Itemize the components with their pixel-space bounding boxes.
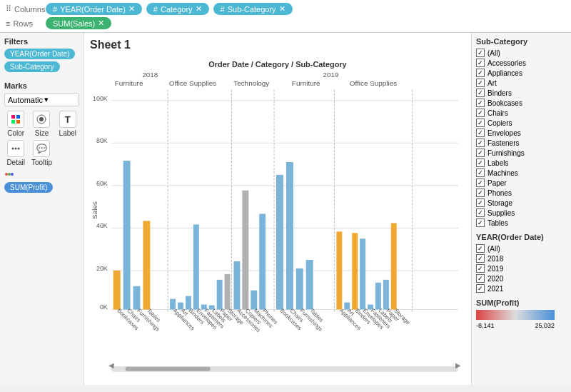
year-legend-title: YEAR(Order Date) bbox=[476, 233, 567, 241]
marks-tooltip-item[interactable]: 💬 Tooltip bbox=[30, 140, 53, 166]
legend-item-chairs[interactable]: ✓Chairs bbox=[476, 109, 567, 117]
bar-2019-chairs bbox=[286, 162, 293, 309]
bar-2019-furnishings bbox=[296, 268, 303, 310]
svg-rect-1 bbox=[16, 115, 20, 119]
legend-item-accessories[interactable]: ✓Accessories bbox=[476, 59, 567, 67]
checkbox-icon: ✓ bbox=[476, 198, 485, 207]
category-pill-icon: # bbox=[153, 5, 158, 14]
year-2019-label: 2019 bbox=[323, 71, 339, 79]
dropdown-arrow-icon: ▾ bbox=[44, 95, 49, 104]
cat-tech: Technology bbox=[233, 79, 269, 87]
checkbox-icon: ✓ bbox=[476, 264, 485, 273]
marks-label-item[interactable]: T Label bbox=[56, 111, 79, 137]
bar-2018-machines bbox=[251, 291, 257, 310]
bar-2018-storage bbox=[225, 274, 231, 310]
right-sidebar: Sub-Category ✓(All)✓Accessories✓Applianc… bbox=[471, 33, 571, 385]
cat-office2: Office Supplies bbox=[350, 79, 397, 87]
main-chart-svg: Order Date / Category / Sub-Category 201… bbox=[90, 54, 465, 373]
columns-row: ⠿ Columns # YEAR(Order Date) ✕ # Categor… bbox=[6, 3, 565, 15]
legend-item-phones[interactable]: ✓Phones bbox=[476, 189, 567, 197]
tooltip-icon: 💬 bbox=[33, 140, 50, 157]
checkbox-icon: ✓ bbox=[476, 69, 485, 77]
svg-point-11 bbox=[11, 173, 14, 176]
bar-2018-appliances bbox=[170, 299, 176, 310]
checkbox-icon: ✓ bbox=[476, 244, 485, 253]
filter-subcategory-pill[interactable]: Sub-Category bbox=[4, 61, 60, 72]
bar-2018-envelopes bbox=[193, 224, 199, 309]
legend-item-bookcases[interactable]: ✓Bookcases bbox=[476, 99, 567, 107]
checkbox-icon: ✓ bbox=[476, 274, 485, 283]
checkbox-icon: ✓ bbox=[476, 89, 485, 97]
bar-2018-chairs bbox=[123, 161, 131, 309]
svg-point-10 bbox=[8, 173, 11, 176]
svg-text:40K: 40K bbox=[96, 222, 108, 229]
legend-year-item--All-[interactable]: ✓(All) bbox=[476, 244, 567, 253]
sum-profit-section: SUM(Profit) bbox=[4, 171, 79, 193]
marks-type-label: Automatic bbox=[8, 96, 43, 104]
scrollbar-thumb[interactable] bbox=[126, 367, 211, 371]
svg-point-5 bbox=[39, 117, 44, 121]
bar-2018-copiers bbox=[242, 191, 248, 310]
svg-text:20K: 20K bbox=[96, 265, 108, 272]
sum-sales-pill[interactable]: SUM(Sales) ✕ bbox=[46, 17, 111, 29]
sheet-title: Sheet 1 bbox=[90, 39, 465, 51]
columns-label: ⠿ Columns bbox=[6, 4, 41, 14]
bar-2019-tables bbox=[306, 260, 313, 309]
sub-category-pill-icon: # bbox=[221, 5, 225, 14]
legend-item-labels[interactable]: ✓Labels bbox=[476, 159, 567, 167]
legend-item-supplies[interactable]: ✓Supplies bbox=[476, 208, 567, 217]
marks-grid: Color Size T Label Detail bbox=[4, 111, 79, 166]
legend-item-appliances[interactable]: ✓Appliances bbox=[476, 69, 567, 77]
legend-item-copiers[interactable]: ✓Copiers bbox=[476, 119, 567, 127]
detail-icon bbox=[7, 140, 24, 157]
legend-item-art[interactable]: ✓Art bbox=[476, 79, 567, 87]
sum-profit-pill[interactable]: SUM(Profit) bbox=[4, 182, 53, 193]
category-pill[interactable]: # Category ✕ bbox=[146, 3, 209, 15]
color-dots-icon bbox=[4, 171, 14, 178]
bar-2019-storage bbox=[391, 223, 397, 309]
left-sidebar: Filters YEAR(Order Date) Sub-Category Ma… bbox=[0, 33, 84, 385]
legend-item-envelopes[interactable]: ✓Envelopes bbox=[476, 129, 567, 137]
marks-type-dropdown[interactable]: Automatic ▾ bbox=[4, 93, 79, 106]
checkbox-icon: ✓ bbox=[476, 99, 485, 107]
legend-year-item-2020[interactable]: ✓2020 bbox=[476, 274, 567, 283]
filter-year-pill[interactable]: YEAR(Order Date) bbox=[4, 49, 75, 59]
sub-category-pill[interactable]: # Sub-Category ✕ bbox=[213, 3, 293, 15]
rows-icon: ≡ bbox=[6, 19, 10, 28]
legend-item--all-[interactable]: ✓(All) bbox=[476, 49, 567, 57]
legend-year-item-2021[interactable]: ✓2021 bbox=[476, 284, 567, 293]
legend-item-fasteners[interactable]: ✓Fasteners bbox=[476, 139, 567, 147]
rows-row: ≡ Rows SUM(Sales) ✕ bbox=[6, 17, 565, 29]
checkbox-icon: ✓ bbox=[476, 179, 485, 187]
columns-icon: ⠿ bbox=[6, 4, 11, 14]
gradient-bar bbox=[476, 310, 555, 320]
year-2018-label: 2018 bbox=[142, 71, 158, 79]
year-pill-icon: # bbox=[53, 5, 57, 14]
size-icon bbox=[33, 111, 50, 128]
marks-color-item[interactable]: Color bbox=[4, 111, 27, 137]
legend-year-item-2018[interactable]: ✓2018 bbox=[476, 254, 567, 263]
bar-2019-paper bbox=[383, 280, 389, 310]
svg-rect-3 bbox=[16, 120, 20, 124]
legend-item-machines[interactable]: ✓Machines bbox=[476, 169, 567, 177]
gradient-labels: -8,141 25,032 bbox=[476, 322, 555, 329]
bar-2018-bookcases bbox=[113, 271, 121, 310]
marks-size-item[interactable]: Size bbox=[30, 111, 53, 137]
legend-item-paper[interactable]: ✓Paper bbox=[476, 179, 567, 187]
checkbox-icon: ✓ bbox=[476, 159, 485, 167]
year-order-date-pill[interactable]: # YEAR(Order Date) ✕ bbox=[46, 3, 142, 15]
checkbox-icon: ✓ bbox=[476, 79, 485, 87]
bar-2019-labels bbox=[375, 283, 381, 310]
bar-2019-bookcases bbox=[276, 175, 283, 310]
svg-point-7 bbox=[15, 148, 17, 150]
legend-item-binders[interactable]: ✓Binders bbox=[476, 89, 567, 97]
legend-item-furnishings[interactable]: ✓Furnishings bbox=[476, 149, 567, 157]
sub-category-legend-list: ✓(All)✓Accessories✓Appliances✓Art✓Binder… bbox=[476, 49, 567, 227]
legend-item-storage[interactable]: ✓Storage bbox=[476, 198, 567, 207]
year-legend-list: ✓(All)✓2018✓2019✓2020✓2021 bbox=[476, 244, 567, 293]
bar-2018-tables bbox=[143, 221, 150, 309]
legend-year-item-2019[interactable]: ✓2019 bbox=[476, 264, 567, 273]
marks-detail-item[interactable]: Detail bbox=[4, 140, 27, 166]
legend-item-tables[interactable]: ✓Tables bbox=[476, 218, 567, 227]
checkbox-icon: ✓ bbox=[476, 284, 485, 293]
